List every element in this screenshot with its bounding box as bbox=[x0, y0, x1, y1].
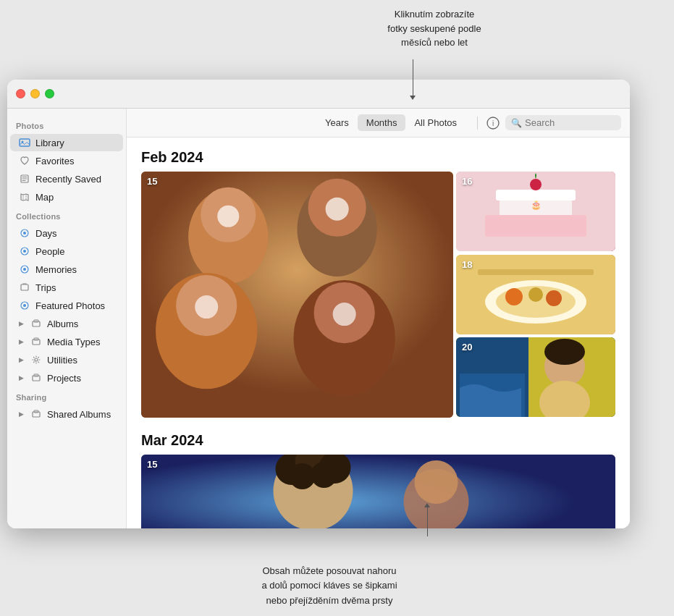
portrait-svg bbox=[456, 337, 615, 417]
content-area: Photos Library Favorites Recently Saved bbox=[7, 109, 630, 528]
svg-point-32 bbox=[217, 206, 239, 227]
svg-point-34 bbox=[195, 295, 218, 318]
utilities-expand-arrow: ▶ bbox=[19, 356, 24, 363]
svg-rect-55 bbox=[141, 455, 615, 528]
shared-albums-icon bbox=[30, 408, 42, 420]
people-label: People bbox=[35, 246, 64, 257]
search-input[interactable] bbox=[525, 117, 615, 128]
albums-label: Albums bbox=[47, 318, 78, 329]
toolbar-tabs: Years Months All Photos bbox=[316, 114, 466, 131]
photo-count-feb-1: 16 bbox=[462, 176, 472, 187]
photo-thumb-feb-1[interactable]: 🎂 16 bbox=[456, 172, 615, 251]
sidebar-item-shared-albums[interactable]: ▶ Shared Albums bbox=[10, 405, 123, 423]
trips-label: Trips bbox=[35, 282, 56, 293]
sidebar-item-memories[interactable]: Memories bbox=[10, 261, 123, 278]
svg-point-6 bbox=[23, 250, 26, 253]
photo-grid-mar: 15 bbox=[141, 455, 615, 528]
sidebar-item-projects[interactable]: ▶ Projects bbox=[10, 369, 123, 387]
svg-point-11 bbox=[23, 304, 26, 307]
toolbar-divider bbox=[477, 117, 478, 130]
svg-point-4 bbox=[23, 232, 26, 235]
sidebar-item-utilities[interactable]: ▶ Utilities bbox=[10, 351, 123, 368]
sidebar-item-map[interactable]: Map bbox=[10, 188, 123, 206]
media-types-expand-arrow: ▶ bbox=[19, 338, 24, 345]
recently-saved-icon bbox=[19, 173, 30, 185]
svg-text:i: i bbox=[492, 119, 494, 127]
map-label: Map bbox=[35, 192, 54, 203]
sidebar-item-people[interactable]: People bbox=[10, 242, 123, 260]
featured-photos-icon bbox=[19, 300, 30, 311]
sidebar-item-featured-photos[interactable]: Featured Photos bbox=[10, 297, 123, 314]
memories-label: Memories bbox=[35, 264, 77, 275]
tooltip-top: Kliknutím zobrazítefotky seskupené podle… bbox=[355, 7, 514, 50]
svg-point-47 bbox=[546, 290, 562, 306]
info-button[interactable]: i bbox=[484, 114, 502, 132]
main-content: Years Months All Photos i 🔍 bbox=[127, 109, 630, 528]
cake-svg: 🎂 bbox=[456, 172, 615, 251]
month-section-mar: Mar 2024 bbox=[141, 432, 615, 528]
albums-expand-arrow: ▶ bbox=[19, 320, 24, 327]
sidebar-item-media-types[interactable]: ▶ Media Types bbox=[10, 333, 123, 350]
svg-point-45 bbox=[505, 288, 523, 305]
photo-count-feb-2: 18 bbox=[462, 259, 472, 270]
svg-text:🎂: 🎂 bbox=[531, 199, 542, 210]
sidebar: Photos Library Favorites Recently Saved bbox=[7, 109, 127, 528]
photo-count-feb-main: 15 bbox=[147, 176, 157, 187]
close-button[interactable] bbox=[16, 89, 25, 98]
photo-grid-feb: 15 bbox=[141, 172, 615, 418]
people-icon bbox=[19, 245, 30, 257]
favorites-label: Favorites bbox=[35, 156, 74, 166]
sidebar-section-photos: Photos bbox=[7, 116, 126, 133]
days-label: Days bbox=[35, 228, 57, 239]
tooltip-bottom: Obsah můžete posouvat nahoru a dolů pomo… bbox=[127, 564, 532, 609]
library-icon bbox=[19, 137, 30, 148]
toolbar: Years Months All Photos i 🔍 bbox=[127, 109, 630, 138]
photo-thumb-feb-2[interactable]: 18 bbox=[456, 255, 615, 334]
utilities-label: Utilities bbox=[47, 355, 77, 366]
svg-point-63 bbox=[415, 460, 458, 504]
projects-expand-arrow: ▶ bbox=[19, 374, 24, 381]
svg-point-35 bbox=[333, 303, 356, 326]
photo-thumb-feb-3[interactable]: 20 bbox=[456, 337, 615, 417]
sidebar-item-favorites[interactable]: Favorites bbox=[10, 152, 123, 169]
svg-rect-48 bbox=[478, 269, 594, 275]
search-icon: 🔍 bbox=[511, 118, 522, 128]
projects-icon bbox=[30, 372, 42, 384]
shared-albums-label: Shared Albums bbox=[47, 409, 111, 420]
svg-point-61 bbox=[311, 462, 337, 488]
maximize-button[interactable] bbox=[45, 89, 54, 98]
minimize-button[interactable] bbox=[30, 89, 40, 98]
tooltip-bottom-line bbox=[427, 507, 428, 536]
tab-years[interactable]: Years bbox=[316, 114, 358, 131]
utilities-icon bbox=[30, 354, 42, 366]
svg-point-8 bbox=[23, 268, 26, 271]
svg-point-39 bbox=[530, 179, 542, 190]
svg-rect-0 bbox=[20, 139, 30, 146]
tab-all-photos[interactable]: All Photos bbox=[405, 114, 466, 131]
main-photo-mar[interactable]: 15 bbox=[141, 455, 615, 528]
trips-icon bbox=[19, 282, 30, 293]
svg-rect-38 bbox=[496, 190, 576, 201]
shared-albums-expand-arrow: ▶ bbox=[19, 410, 24, 418]
svg-rect-9 bbox=[21, 284, 28, 290]
media-types-label: Media Types bbox=[47, 337, 100, 347]
food-svg bbox=[456, 255, 615, 334]
tab-months[interactable]: Months bbox=[358, 114, 406, 131]
favorites-icon bbox=[19, 155, 30, 166]
month-label-mar: Mar 2024 bbox=[141, 432, 615, 449]
sidebar-item-trips[interactable]: Trips bbox=[10, 279, 123, 296]
photo-area[interactable]: Feb 2024 bbox=[127, 138, 630, 528]
sidebar-item-recently-saved[interactable]: Recently Saved bbox=[10, 170, 123, 187]
media-types-icon bbox=[30, 336, 42, 347]
main-photo-feb[interactable]: 15 bbox=[141, 172, 453, 418]
sidebar-item-library[interactable]: Library bbox=[10, 134, 123, 151]
tooltip-line bbox=[413, 59, 413, 96]
featured-photos-label: Featured Photos bbox=[35, 300, 105, 311]
recently-saved-label: Recently Saved bbox=[35, 174, 101, 185]
sidebar-item-days[interactable]: Days bbox=[10, 224, 123, 242]
sidebar-section-sharing: Sharing bbox=[7, 387, 126, 405]
group-photo-svg bbox=[141, 172, 453, 418]
mar-photo-svg bbox=[141, 455, 615, 528]
map-icon bbox=[19, 191, 30, 203]
sidebar-item-albums[interactable]: ▶ Albums bbox=[10, 315, 123, 332]
